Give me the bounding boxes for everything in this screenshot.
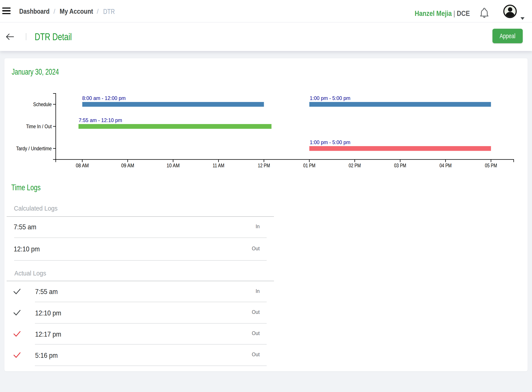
svg-text:7:55 am - 12:10 pm: 7:55 am - 12:10 pm [79, 117, 122, 123]
svg-text:08 AM: 08 AM [76, 163, 89, 168]
svg-text:02 PM: 02 PM [349, 163, 361, 168]
svg-text:12 PM: 12 PM [258, 163, 270, 168]
svg-text:11 AM: 11 AM [213, 163, 224, 168]
svg-text:05 PM: 05 PM [485, 163, 497, 168]
svg-text:Schedule: Schedule [33, 101, 52, 107]
svg-text:1:00 pm - 5:00 pm: 1:00 pm - 5:00 pm [310, 139, 350, 145]
svg-text:8:00 am - 12:00 pm: 8:00 am - 12:00 pm [82, 95, 126, 101]
svg-text:03 PM: 03 PM [394, 163, 406, 168]
svg-text:10 AM: 10 AM [166, 163, 180, 168]
svg-text:04 PM: 04 PM [439, 163, 451, 168]
svg-text:1:00 pm - 5:00 pm: 1:00 pm - 5:00 pm [310, 95, 350, 101]
svg-text:Time In / Out: Time In / Out [26, 123, 52, 129]
svg-text:Tardy / Undertime: Tardy / Undertime [16, 145, 52, 151]
svg-text:01 PM: 01 PM [303, 163, 315, 168]
svg-text:09 AM: 09 AM [121, 163, 134, 168]
